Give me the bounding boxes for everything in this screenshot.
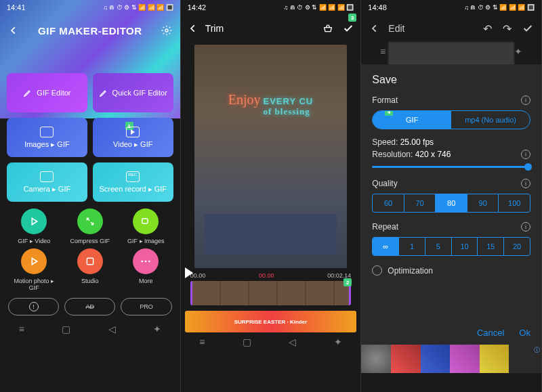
gif-to-images-item[interactable]: GIF ▸ Images xyxy=(120,209,172,244)
repeat-label: Repeat xyxy=(372,222,398,232)
quality-60[interactable]: 60 xyxy=(373,194,404,212)
camera-icon xyxy=(40,171,54,182)
ad-pill[interactable]: AD xyxy=(64,298,115,315)
ok-button[interactable]: Ok xyxy=(519,328,530,338)
svg-rect-4 xyxy=(87,258,93,264)
optimization-row[interactable]: Optimization xyxy=(372,265,530,276)
info-pill[interactable]: ! xyxy=(8,298,59,315)
nav-access-icon[interactable]: ✦ xyxy=(514,46,522,57)
format-segmented[interactable]: 4 GIF mp4 (No audio) xyxy=(372,110,530,129)
images-to-gif-tile[interactable]: Images ▸ GIF xyxy=(7,118,87,157)
repeat-10[interactable]: 10 xyxy=(452,238,478,255)
status-bar: 14:42 ♫ ⋒ ⏱ ⚙ ⇅ 📶 📶 📶 🔳 xyxy=(181,0,361,15)
quality-80[interactable]: 80 xyxy=(436,194,467,212)
status-icons: ♫ ⋒ ⏱ ⚙ ⇅ 📶 📶 📶 🔳 xyxy=(284,4,354,11)
gif-to-video-item[interactable]: GIF ▸ Video xyxy=(8,209,60,244)
edit-header: Edit ↶ ↷ xyxy=(361,15,541,42)
tile-label: Camera ▸ GIF xyxy=(24,185,71,194)
round-label: Studio xyxy=(81,278,99,284)
swatch[interactable] xyxy=(421,345,451,373)
info-icon[interactable]: i xyxy=(521,150,530,159)
studio-item[interactable]: Studio xyxy=(64,248,117,291)
quality-100[interactable]: 100 xyxy=(499,194,530,212)
trim-title: Trim xyxy=(205,23,224,34)
cancel-button[interactable]: Cancel xyxy=(477,328,504,338)
quality-90[interactable]: 90 xyxy=(467,194,499,212)
radio-icon[interactable] xyxy=(372,265,382,276)
repeat-15[interactable]: 15 xyxy=(478,238,504,255)
video-preview[interactable]: Enjoy EVERY CU of blessing xyxy=(194,45,348,268)
ad-banner[interactable]: SURPRISE EASTER · Kinder xyxy=(185,311,357,332)
neon-text: Enjoy xyxy=(228,92,261,108)
dialog-heading: Save xyxy=(372,74,530,86)
format-label: Format xyxy=(372,95,398,105)
swatch[interactable] xyxy=(391,345,421,373)
repeat-5[interactable]: 5 xyxy=(425,238,452,255)
status-time: 14:42 xyxy=(188,3,207,12)
nav-menu-icon[interactable]: ≡ xyxy=(380,46,385,57)
nav-home-icon[interactable]: ▢ xyxy=(62,324,70,334)
check-icon[interactable] xyxy=(343,23,354,34)
nav-menu-icon[interactable]: ≡ xyxy=(199,336,205,347)
camera-to-gif-tile[interactable]: Camera ▸ GIF xyxy=(7,162,87,202)
basket-icon[interactable] xyxy=(322,23,333,34)
screenrec-to-gif-tile[interactable]: REC Screen record ▸ GIF xyxy=(93,162,173,202)
back-icon[interactable] xyxy=(188,23,199,34)
gif-editor-tile[interactable]: GIF Editor xyxy=(7,73,87,112)
info-icon[interactable]: i xyxy=(521,95,530,105)
status-bar: 14:41 ♫ ⋒ ⏱ ⚙ ⇅ 📶 📶 📶 🔳 xyxy=(0,0,180,15)
repeat-1[interactable]: 1 xyxy=(399,238,425,255)
slider-thumb[interactable] xyxy=(524,163,532,171)
svg-marker-1 xyxy=(33,218,37,224)
repeat-20[interactable]: 20 xyxy=(504,238,530,255)
nav-menu-icon[interactable]: ≡ xyxy=(19,324,24,334)
nav-back-icon[interactable]: ◁ xyxy=(289,336,296,347)
swatch[interactable] xyxy=(480,345,509,373)
motion-photo-item[interactable]: Motion photo ▸ GIF xyxy=(8,248,60,291)
swatch[interactable] xyxy=(450,345,480,373)
play-icon[interactable] xyxy=(185,267,193,278)
more-item[interactable]: More xyxy=(120,248,172,291)
tile-label: Screen record ▸ GIF xyxy=(99,185,167,194)
neon-sign: Enjoy EVERY CU of blessing xyxy=(208,92,334,117)
neon-text: EVERY CU xyxy=(264,96,314,106)
motion-icon xyxy=(21,248,47,274)
swatch[interactable] xyxy=(361,345,391,373)
back-icon[interactable] xyxy=(369,23,380,34)
undo-icon[interactable]: ↶ xyxy=(483,22,492,35)
pro-pill[interactable]: PRO xyxy=(121,298,171,315)
round-label: More xyxy=(139,278,153,284)
swatch-ad[interactable]: ⓘ xyxy=(509,345,541,373)
redo-icon[interactable]: ↷ xyxy=(503,22,512,35)
nav-home-icon[interactable]: ▢ xyxy=(243,336,251,347)
bottom-pills: ! AD PRO xyxy=(0,294,180,320)
round-actions: GIF ▸ Video Compress GIF GIF ▸ Images Mo… xyxy=(0,202,180,294)
quality-70[interactable]: 70 xyxy=(404,194,436,212)
back-icon[interactable] xyxy=(8,25,19,36)
svg-marker-3 xyxy=(33,258,37,264)
status-time: 14:41 xyxy=(7,3,26,12)
format-mp4-option[interactable]: mp4 (No audio) xyxy=(451,111,530,129)
check-icon[interactable] xyxy=(522,23,533,34)
compress-gif-item[interactable]: Compress GIF xyxy=(64,209,117,244)
status-bar: 14:48 ♫ ⋒ ⏱ ⚙ ⇅ 📶 📶 📶 🔳 xyxy=(361,0,541,15)
repeat-inf[interactable]: ∞ xyxy=(373,238,399,255)
more-icon xyxy=(133,248,159,274)
save-dialog: Save Format i 4 GIF mp4 (No audio) Speed… xyxy=(361,64,541,345)
couch-shape xyxy=(205,214,337,255)
resolution-row: Resolution: 420 x 746 xyxy=(372,150,451,159)
settings-icon[interactable] xyxy=(161,25,172,36)
screen-trim: 14:42 ♫ ⋒ ⏱ ⚙ ⇅ 📶 📶 📶 🔳 Trim 3 Enjoy EVE… xyxy=(181,0,362,392)
nav-access-icon[interactable]: ✦ xyxy=(153,324,161,334)
filmstrip[interactable]: 2 xyxy=(190,281,352,305)
repeat-options: ∞ 1 5 10 15 20 xyxy=(372,237,530,256)
quick-gif-editor-tile[interactable]: Quick GIF Editor xyxy=(93,73,173,112)
nav-access-icon[interactable]: ✦ xyxy=(334,336,342,347)
resolution-slider[interactable] xyxy=(372,166,530,168)
ad-text: SURPRISE EASTER · Kinder xyxy=(234,319,308,325)
badge-2: 2 xyxy=(343,278,352,286)
video-to-gif-tile[interactable]: 1 Video ▸ GIF xyxy=(93,118,173,157)
nav-back-icon[interactable]: ◁ xyxy=(108,324,116,334)
info-icon[interactable]: i xyxy=(521,222,530,232)
info-icon[interactable]: i xyxy=(521,179,530,188)
